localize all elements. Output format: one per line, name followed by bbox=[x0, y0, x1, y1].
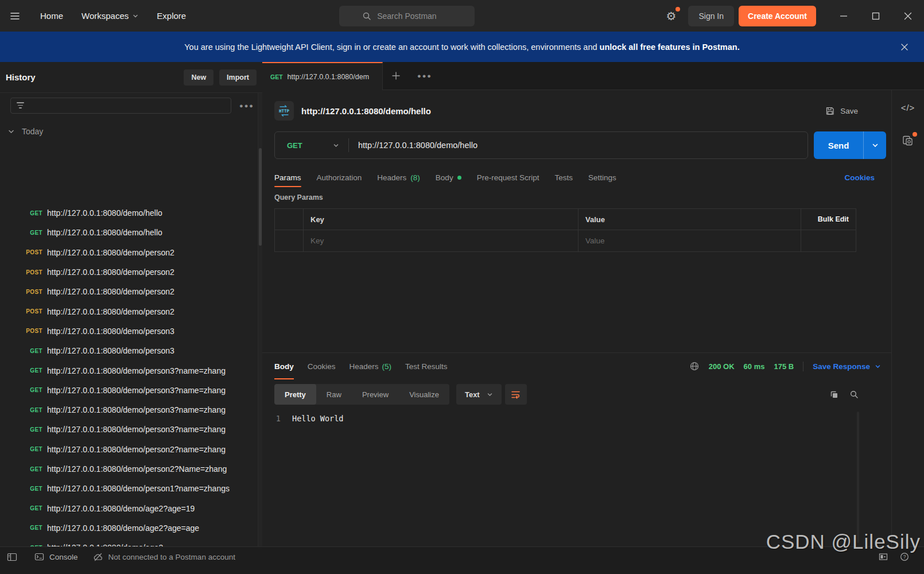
history-item[interactable]: GEThttp://127.0.0.1:8080/demo/age2?age=a… bbox=[0, 518, 258, 538]
request-tab-active[interactable]: GET http://127.0.0.1:8080/dem bbox=[262, 62, 383, 90]
view-tab-visualize[interactable]: Visualize bbox=[399, 384, 449, 405]
history-item[interactable]: GEThttp://127.0.0.1:8080/demo/person3?na… bbox=[0, 360, 258, 380]
cookies-panel-icon[interactable] bbox=[902, 134, 914, 147]
top-right-actions: ⚙ Sign In Create Account bbox=[659, 0, 924, 32]
minimize-button[interactable] bbox=[828, 0, 860, 32]
request-tab-body[interactable]: Body bbox=[436, 165, 461, 190]
request-tab-authorization[interactable]: Authorization bbox=[317, 165, 362, 190]
history-url: http://127.0.0.1:8080/demo/person2 bbox=[47, 248, 174, 257]
send-button[interactable]: Send bbox=[814, 131, 886, 159]
bulk-edit-button[interactable]: Bulk Edit bbox=[818, 215, 849, 223]
format-select[interactable]: Text bbox=[456, 384, 502, 405]
history-item[interactable]: GEThttp://127.0.0.1:8080/demo/hello bbox=[0, 203, 258, 223]
history-item[interactable]: GEThttp://127.0.0.1:8080/demo/person2?na… bbox=[0, 440, 258, 459]
history-item[interactable]: POSThttp://127.0.0.1:8080/demo/person2 bbox=[0, 243, 258, 262]
history-item[interactable]: POSThttp://127.0.0.1:8080/demo/person2 bbox=[0, 262, 258, 282]
history-item[interactable]: GEThttp://127.0.0.1:8080/demo/hello bbox=[0, 223, 258, 242]
method-badge: POST bbox=[0, 308, 42, 315]
request-tab-pre-request-script[interactable]: Pre-request Script bbox=[477, 165, 539, 190]
request-tab-params[interactable]: Params bbox=[274, 165, 301, 190]
method-badge: GET bbox=[0, 525, 42, 531]
tab-more-options-icon[interactable]: ●●● bbox=[413, 70, 437, 82]
sign-in-button[interactable]: Sign In bbox=[688, 6, 734, 26]
nav-workspaces[interactable]: Workspaces bbox=[75, 6, 145, 25]
maximize-button[interactable] bbox=[860, 0, 892, 32]
method-badge: POST bbox=[0, 269, 42, 276]
top-bar: Home Workspaces Explore ⚙ Sign In Create… bbox=[0, 0, 924, 32]
view-tab-raw[interactable]: Raw bbox=[316, 384, 352, 405]
search-input[interactable] bbox=[377, 11, 452, 21]
copy-icon[interactable] bbox=[829, 390, 839, 400]
chevron-down-icon bbox=[333, 142, 339, 149]
network-info-icon[interactable] bbox=[689, 361, 700, 371]
request-tab-tests[interactable]: Tests bbox=[554, 165, 573, 190]
view-tab-preview[interactable]: Preview bbox=[352, 384, 399, 405]
param-value-input[interactable] bbox=[585, 236, 794, 245]
filter-icon bbox=[17, 102, 24, 108]
save-button[interactable]: Save bbox=[825, 106, 858, 116]
param-key-input[interactable] bbox=[310, 236, 571, 245]
banner-close-icon[interactable] bbox=[893, 32, 916, 62]
request-tab-settings[interactable]: Settings bbox=[588, 165, 616, 190]
sidebar-scrollbar[interactable] bbox=[258, 93, 262, 546]
response-size: 175 B bbox=[774, 362, 794, 371]
search-response-icon[interactable] bbox=[849, 390, 859, 400]
history-item[interactable]: GEThttp://127.0.0.1:8080/demo/age2?age=1… bbox=[0, 498, 258, 518]
history-item[interactable]: GEThttp://127.0.0.1:8080/demo/person3?na… bbox=[0, 420, 258, 439]
nav-explore[interactable]: Explore bbox=[150, 6, 193, 25]
create-account-button[interactable]: Create Account bbox=[739, 6, 816, 26]
today-label: Today bbox=[22, 127, 43, 136]
response-tab-headers[interactable]: Headers(5) bbox=[350, 353, 392, 379]
code-snippet-icon[interactable]: </> bbox=[901, 103, 915, 113]
windows-icon[interactable] bbox=[879, 552, 888, 561]
console-button[interactable]: Console bbox=[34, 549, 78, 564]
nav-explore-label: Explore bbox=[157, 11, 186, 21]
history-item[interactable]: GEThttp://127.0.0.1:8080/demo/person1?na… bbox=[0, 479, 258, 498]
history-item[interactable]: GEThttp://127.0.0.1:8080/demo/age2 bbox=[0, 538, 258, 546]
history-item[interactable]: POSThttp://127.0.0.1:8080/demo/person2 bbox=[0, 282, 258, 301]
history-filter-input[interactable] bbox=[10, 98, 231, 114]
url-box: GET bbox=[274, 131, 808, 159]
send-options-caret[interactable] bbox=[863, 131, 886, 159]
history-item[interactable]: GEThttp://127.0.0.1:8080/demo/person2?Na… bbox=[0, 459, 258, 479]
sidebar-toggle-icon[interactable] bbox=[5, 549, 20, 564]
settings-gear-button[interactable]: ⚙ bbox=[659, 5, 682, 28]
divider bbox=[803, 362, 803, 371]
wrap-text-button[interactable] bbox=[505, 384, 527, 405]
response-tabs: BodyCookiesHeaders(5)Test Results bbox=[274, 353, 448, 379]
history-item[interactable]: POSThttp://127.0.0.1:8080/demo/person3 bbox=[0, 321, 258, 341]
scrollbar-thumb[interactable] bbox=[259, 148, 262, 246]
history-item[interactable]: POSThttp://127.0.0.1:8080/demo/person2 bbox=[0, 301, 258, 321]
import-button[interactable]: Import bbox=[219, 69, 257, 86]
chevron-down-icon bbox=[487, 391, 493, 398]
response-tab-test-results[interactable]: Test Results bbox=[405, 353, 448, 379]
request-tab-headers[interactable]: Headers(8) bbox=[377, 165, 420, 190]
history-item[interactable]: GEThttp://127.0.0.1:8080/demo/person3?na… bbox=[0, 400, 258, 420]
response-tab-body[interactable]: Body bbox=[274, 353, 294, 379]
new-tab-button[interactable] bbox=[383, 62, 409, 90]
history-filter[interactable] bbox=[10, 98, 231, 114]
tab-label: Body bbox=[436, 173, 453, 182]
today-group-toggle[interactable]: Today bbox=[0, 122, 262, 141]
method-badge: GET bbox=[0, 210, 42, 216]
cookies-link[interactable]: Cookies bbox=[844, 173, 875, 182]
response-scrollbar[interactable] bbox=[857, 412, 859, 543]
history-url: http://127.0.0.1:8080/demo/person2?Name=… bbox=[47, 464, 227, 474]
method-select[interactable]: GET bbox=[275, 141, 348, 150]
close-button[interactable] bbox=[892, 0, 924, 32]
response-body: 1Hello World bbox=[262, 413, 891, 424]
history-item[interactable]: GEThttp://127.0.0.1:8080/demo/person3?na… bbox=[0, 381, 258, 400]
new-button[interactable]: New bbox=[184, 69, 213, 86]
main-menu-icon[interactable] bbox=[3, 5, 26, 28]
search-box[interactable] bbox=[339, 6, 475, 26]
more-options-icon[interactable]: ●●● bbox=[235, 100, 259, 111]
save-response-button[interactable]: Save Response bbox=[813, 362, 881, 371]
view-tab-pretty[interactable]: Pretty bbox=[274, 384, 316, 405]
history-item[interactable]: GEThttp://127.0.0.1:8080/demo/person3 bbox=[0, 341, 258, 360]
chevron-down-icon bbox=[875, 363, 881, 370]
response-tab-cookies[interactable]: Cookies bbox=[308, 353, 336, 379]
help-icon[interactable]: ? bbox=[900, 552, 909, 561]
nav-home[interactable]: Home bbox=[33, 6, 70, 25]
tab-label: Cookies bbox=[308, 362, 336, 371]
url-input[interactable] bbox=[349, 141, 807, 150]
